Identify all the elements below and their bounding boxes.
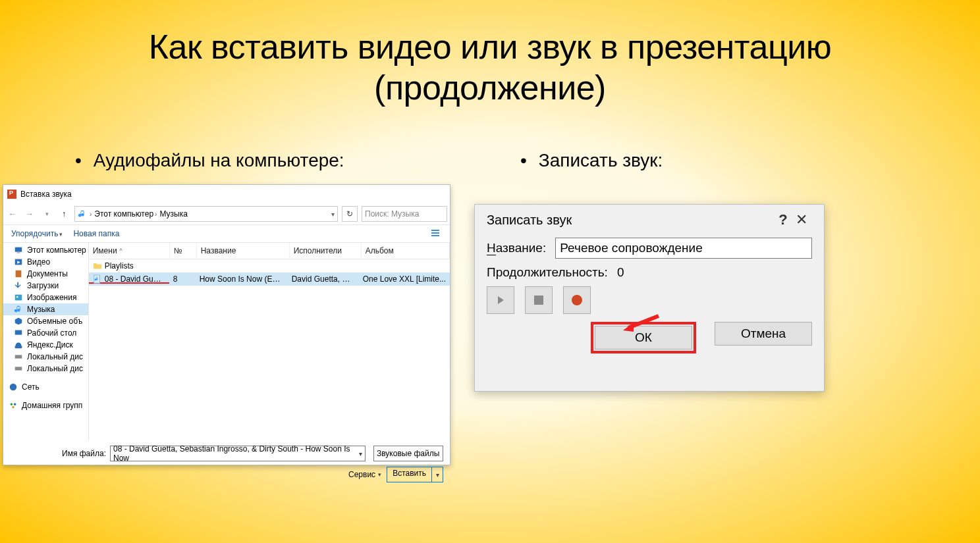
insert-button[interactable]: Вставить ▾ [387, 467, 443, 482]
refresh-button[interactable]: ↻ [342, 206, 358, 222]
svg-rect-3 [15, 247, 22, 252]
tree-3d[interactable]: Объемные объ [3, 315, 88, 327]
file-open-dialog: Вставка звука ← → ▾ ↑ › Этот компьютер ›… [3, 184, 450, 465]
rec-title: Записать звук [487, 213, 775, 228]
stop-button[interactable] [525, 286, 553, 314]
tree-yandex[interactable]: Яндекс.Диск [3, 339, 88, 351]
tree-desktop[interactable]: Рабочий стол [3, 327, 88, 339]
forward-button[interactable]: → [23, 207, 36, 220]
view-options-button[interactable] [430, 228, 442, 240]
filename-label: Имя файла: [3, 449, 106, 458]
svg-point-13 [11, 403, 13, 406]
svg-rect-9 [15, 330, 22, 335]
help-button[interactable]: ? [775, 211, 791, 228]
filetype-dropdown[interactable]: Звуковые файлы [373, 446, 443, 461]
navigation-tree: Этот компьютер Видео Документы Загрузки … [3, 243, 89, 440]
svg-rect-10 [15, 355, 22, 358]
record-button[interactable] [563, 286, 591, 314]
slide-title: Как вставить видео или звук в презентаци… [0, 26, 980, 109]
svg-rect-7 [15, 295, 22, 301]
close-button[interactable]: ✕ [791, 211, 812, 228]
annotation-arrow [620, 312, 660, 338]
svg-rect-4 [16, 253, 20, 253]
play-button[interactable] [487, 286, 514, 314]
svg-point-12 [10, 384, 17, 391]
file-row-selected[interactable]: 08 - David Guetta, S... 8 How Soon Is No… [89, 272, 450, 286]
svg-rect-1 [431, 232, 439, 234]
window-title: Вставка звука [20, 190, 72, 199]
sort-menu[interactable]: Упорядочить▾ [11, 229, 63, 238]
tree-downloads[interactable]: Загрузки [3, 280, 88, 292]
svg-point-8 [16, 296, 18, 298]
svg-point-15 [12, 406, 14, 409]
title-line1: Как вставить видео или звук в презентаци… [149, 28, 832, 66]
svg-rect-11 [15, 367, 22, 370]
column-headers[interactable]: Имени ^ № Название Исполнители Альбом [89, 243, 450, 259]
back-button[interactable]: ← [6, 207, 19, 220]
tree-disk1[interactable]: Локальный дис [3, 351, 88, 363]
duration-value: 0 [617, 265, 624, 280]
new-folder-button[interactable]: Новая папка [73, 229, 119, 238]
service-menu[interactable]: Сервис [348, 470, 381, 479]
powerpoint-icon [7, 190, 16, 199]
name-label: азвание: [496, 241, 546, 255]
tree-music[interactable]: Музыка [3, 303, 88, 315]
tree-computer[interactable]: Этот компьютер [3, 244, 88, 256]
svg-rect-6 [16, 271, 22, 278]
tree-documents[interactable]: Документы [3, 268, 88, 280]
file-list: Имени ^ № Название Исполнители Альбом Pl… [89, 243, 450, 440]
bullet-record: Записать звук: [520, 150, 663, 171]
cancel-button[interactable]: Отмена [715, 322, 812, 346]
breadcrumb[interactable]: › Этот компьютер › Музыка ▾ [74, 206, 338, 222]
svg-rect-0 [431, 230, 439, 231]
svg-rect-2 [431, 235, 439, 236]
recent-dropdown[interactable]: ▾ [40, 207, 53, 220]
up-button[interactable]: ↑ [57, 207, 70, 220]
file-row[interactable]: Playlists [89, 259, 450, 272]
tree-video[interactable]: Видео [3, 256, 88, 268]
search-input[interactable]: Поиск: Музыка [362, 206, 447, 222]
svg-point-14 [14, 403, 16, 406]
bullet-audio-files: Аудиофайлы на компьютере: [75, 150, 344, 171]
tree-network[interactable]: Сеть [3, 381, 88, 393]
titlebar: Вставка звука [3, 185, 450, 203]
tree-homegroup[interactable]: Домашняя групп [3, 400, 88, 411]
tree-disk2[interactable]: Локальный дис [3, 363, 88, 375]
filename-input[interactable]: 08 - David Guetta, Sebastian Ingrosso, &… [110, 446, 366, 461]
name-input[interactable] [555, 238, 812, 259]
record-sound-dialog: Записать звук ? ✕ Название: Продолжитель… [474, 204, 825, 392]
duration-label: Продолжительность: [487, 265, 608, 280]
tree-images[interactable]: Изображения [3, 292, 88, 303]
title-line2: (продолжение) [374, 68, 606, 107]
music-icon [78, 209, 87, 219]
